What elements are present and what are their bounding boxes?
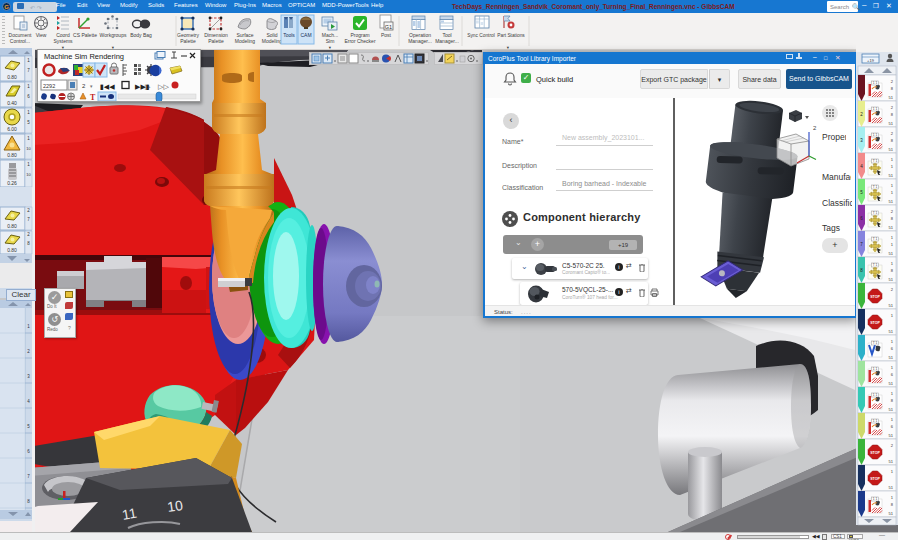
svg-text:51: 51 bbox=[889, 355, 894, 360]
svg-text:▾: ▾ bbox=[90, 83, 93, 89]
svg-text:51: 51 bbox=[889, 511, 894, 516]
svg-text:Systems: Systems bbox=[53, 38, 73, 44]
svg-text:51: 51 bbox=[889, 147, 894, 152]
svg-text:10: 10 bbox=[166, 497, 184, 515]
svg-text:2: 2 bbox=[82, 83, 86, 89]
svg-text:51: 51 bbox=[889, 329, 894, 334]
svg-text:2292: 2292 bbox=[43, 83, 55, 89]
svg-text:51: 51 bbox=[889, 121, 894, 126]
svg-text:Sim: Sim bbox=[326, 38, 335, 44]
svg-text:2: 2 bbox=[813, 125, 817, 131]
svg-text:▾: ▾ bbox=[329, 45, 332, 50]
svg-text:51: 51 bbox=[889, 485, 894, 490]
svg-text:10: 10 bbox=[26, 146, 31, 151]
svg-text:Workgroups: Workgroups bbox=[100, 32, 127, 38]
svg-text:Manager...: Manager... bbox=[435, 38, 459, 44]
svg-text:0.26: 0.26 bbox=[7, 180, 17, 186]
svg-text:CAM: CAM bbox=[300, 32, 311, 38]
svg-text:▮◀◀: ▮◀◀ bbox=[100, 83, 115, 90]
svg-text:0.80: 0.80 bbox=[7, 223, 17, 229]
svg-text:51: 51 bbox=[889, 407, 894, 412]
svg-text:51: 51 bbox=[889, 95, 894, 100]
svg-text:Part Stations: Part Stations bbox=[497, 33, 525, 38]
svg-text:▾: ▾ bbox=[507, 45, 510, 50]
svg-text:10: 10 bbox=[26, 172, 31, 177]
svg-text:Manager...: Manager... bbox=[408, 38, 432, 44]
svg-text:▷: ▷ bbox=[145, 83, 151, 90]
svg-text:Body Bag: Body Bag bbox=[130, 32, 152, 38]
svg-text:CS Palette: CS Palette bbox=[73, 32, 97, 38]
svg-text:11: 11 bbox=[121, 505, 138, 523]
svg-text:51: 51 bbox=[889, 199, 894, 204]
svg-text:51: 51 bbox=[889, 433, 894, 438]
svg-text:G1: G1 bbox=[385, 24, 392, 30]
svg-text:51: 51 bbox=[889, 303, 894, 308]
svg-text:0.80: 0.80 bbox=[7, 152, 17, 158]
svg-text:Post: Post bbox=[381, 32, 392, 38]
svg-text:51: 51 bbox=[889, 277, 894, 282]
svg-text:6.00: 6.00 bbox=[7, 126, 17, 132]
svg-text:Sync Control: Sync Control bbox=[467, 33, 494, 38]
svg-text:T: T bbox=[90, 93, 96, 101]
svg-text:+19: +19 bbox=[867, 58, 875, 63]
svg-text:0.40: 0.40 bbox=[7, 100, 17, 106]
svg-text:▷▷: ▷▷ bbox=[158, 83, 169, 90]
svg-text:Control...: Control... bbox=[10, 38, 30, 44]
svg-text:View: View bbox=[36, 32, 47, 38]
svg-text:0.80: 0.80 bbox=[7, 74, 17, 80]
svg-text:Palette: Palette bbox=[208, 38, 224, 44]
svg-text:0.80: 0.80 bbox=[7, 247, 17, 253]
svg-text:Modeling: Modeling bbox=[235, 38, 256, 44]
svg-text:Palette: Palette bbox=[180, 38, 196, 44]
svg-text:Modeling: Modeling bbox=[262, 38, 283, 44]
svg-text:51: 51 bbox=[889, 251, 894, 256]
svg-text:51: 51 bbox=[889, 381, 894, 386]
svg-text:51: 51 bbox=[889, 173, 894, 178]
svg-text:51: 51 bbox=[889, 459, 894, 464]
svg-text:Tools: Tools bbox=[283, 32, 295, 38]
svg-text:51: 51 bbox=[889, 225, 894, 230]
svg-text:Error Checker: Error Checker bbox=[344, 38, 375, 44]
